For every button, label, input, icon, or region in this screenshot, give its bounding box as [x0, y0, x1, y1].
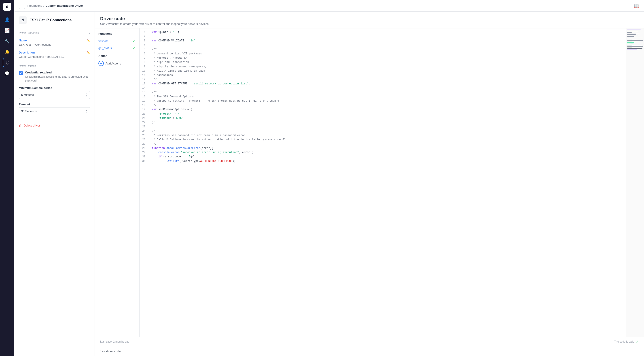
delete-row[interactable]: 🗑 Delete driver	[14, 121, 94, 132]
book-icon[interactable]: 📖	[634, 3, 640, 8]
sidebar-icon-alerts[interactable]: 🔔	[3, 48, 12, 56]
options-section-label: Driver Options	[19, 65, 90, 68]
min-sample-field: Minimum Sample period 5 Minutes ▲ ▼	[19, 86, 90, 99]
plus-circle-icon: +	[98, 61, 104, 66]
name-field: Name ✏️ ESXI Get IP Connections	[14, 37, 94, 49]
driver-header: d ESXI Get IP Connections	[14, 12, 94, 28]
credential-checkbox[interactable]: ✓	[19, 71, 23, 75]
action-title: Action	[98, 54, 136, 58]
breadcrumb-separator: /	[44, 4, 44, 8]
code-editor[interactable]: 12345 678910 1112131415 1617181920 21222…	[140, 29, 626, 337]
sidebar-icon-analytics[interactable]: 📈	[3, 26, 12, 35]
credential-title: Credential required	[25, 71, 90, 74]
main-content: ‹ Integrations / Custom Integrations Dri…	[14, 0, 644, 356]
minimap	[626, 29, 644, 337]
description-edit-icon[interactable]: ✏️	[86, 51, 90, 54]
line-numbers: 12345 678910 1112131415 1617181920 21222…	[140, 29, 148, 337]
functions-area: Functions validate ✓ get_status ✓ Action…	[95, 29, 644, 337]
description-field: Description ✏️ Get IP Connections from E…	[14, 49, 94, 61]
sidebar-icon-users[interactable]: 👤	[3, 15, 12, 24]
functions-list: Functions validate ✓ get_status ✓ Action…	[95, 29, 140, 337]
description-value: Get IP Connections from ESXi Se...	[19, 55, 90, 58]
collapse-button[interactable]: ‹	[89, 31, 90, 35]
add-action-label: Add Actions	[106, 62, 121, 65]
sidebar: d 👤 📈 🔧 🔔 ⬡ 💬	[0, 0, 14, 356]
back-button[interactable]: ‹	[19, 3, 25, 9]
functions-title: Functions	[95, 32, 139, 38]
function-validate[interactable]: validate ✓	[95, 38, 139, 45]
action-section: Action + Add Actions	[95, 52, 139, 70]
topbar-right: 📖	[634, 3, 640, 9]
breadcrumb: Integrations / Custom Integrations Drive…	[27, 4, 83, 8]
description-label: Description	[19, 51, 35, 54]
delete-label: Delete driver	[24, 124, 40, 127]
credential-row: ✓ Credential required Check this box if …	[19, 71, 90, 83]
app-logo: d	[3, 3, 11, 11]
timeout-label: Timeout	[19, 103, 90, 106]
timeout-select[interactable]: 30 Seconds ▲ ▼	[19, 107, 90, 115]
min-sample-label: Minimum Sample period	[19, 86, 90, 90]
right-panel: Driver code Use Javascript to create you…	[95, 12, 644, 356]
timeout-arrows: ▲ ▼	[86, 109, 88, 113]
name-value: ESXI Get IP Connections	[19, 43, 90, 46]
validate-check-icon: ✓	[133, 39, 136, 43]
code-valid-indicator: The code is valid ✓	[614, 339, 639, 344]
function-get-status[interactable]: get_status ✓	[95, 45, 139, 52]
function-validate-name: validate	[98, 39, 108, 43]
options-section: Driver Options ✓ Credential required Che…	[14, 61, 94, 121]
get-status-check-icon: ✓	[133, 46, 136, 50]
timeout-field: Timeout 30 Seconds ▲ ▼	[19, 103, 90, 115]
breadcrumb-parent[interactable]: Integrations	[27, 4, 42, 8]
test-section: Test driver code	[95, 346, 644, 356]
sidebar-icon-tools[interactable]: 🔧	[3, 37, 12, 46]
min-sample-select[interactable]: 5 Minutes ▲ ▼	[19, 91, 90, 99]
last-save-text: Last save: 2 months ago	[100, 340, 130, 343]
name-edit-icon[interactable]: ✏️	[86, 39, 90, 42]
function-get-status-name: get_status	[98, 46, 112, 50]
driver-title: ESXI Get IP Connections	[30, 18, 72, 22]
code-title: Driver code	[100, 16, 639, 21]
valid-check-icon: ✓	[636, 339, 639, 344]
topbar: ‹ Integrations / Custom Integrations Dri…	[14, 0, 644, 12]
properties-section-label: Driver Properties	[19, 31, 39, 35]
sidebar-icon-support[interactable]: 💬	[3, 69, 12, 78]
driver-logo: d	[19, 16, 27, 24]
delete-icon: 🗑	[19, 124, 22, 127]
minimap-content	[626, 29, 644, 51]
name-label: Name	[19, 39, 26, 42]
content-area: d ESXI Get IP Connections Driver Propert…	[14, 12, 644, 356]
sidebar-icon-plugins[interactable]: ⬡	[3, 58, 12, 67]
breadcrumb-current: Custom Integrations Driver	[46, 4, 83, 8]
left-panel: d ESXI Get IP Connections Driver Propert…	[14, 12, 95, 356]
code-subtitle: Use Javascript to create your own driver…	[100, 22, 639, 26]
add-action-button[interactable]: + Add Actions	[98, 60, 136, 67]
timeout-value: 30 Seconds	[21, 109, 37, 113]
code-header: Driver code Use Javascript to create you…	[95, 12, 644, 29]
min-sample-arrows: ▲ ▼	[86, 93, 88, 97]
status-bar: Last save: 2 months ago The code is vali…	[95, 337, 644, 346]
code-valid-label: The code is valid	[614, 340, 634, 343]
test-title: Test driver code	[100, 349, 121, 353]
credential-desc: Check this box if access to the data is …	[25, 75, 90, 83]
min-sample-value: 5 Minutes	[21, 93, 34, 96]
code-content[interactable]: var ipUnit = ' '; var COMMAND_VALIDATE =…	[148, 29, 626, 337]
properties-section-header: Driver Properties ‹	[14, 28, 94, 37]
